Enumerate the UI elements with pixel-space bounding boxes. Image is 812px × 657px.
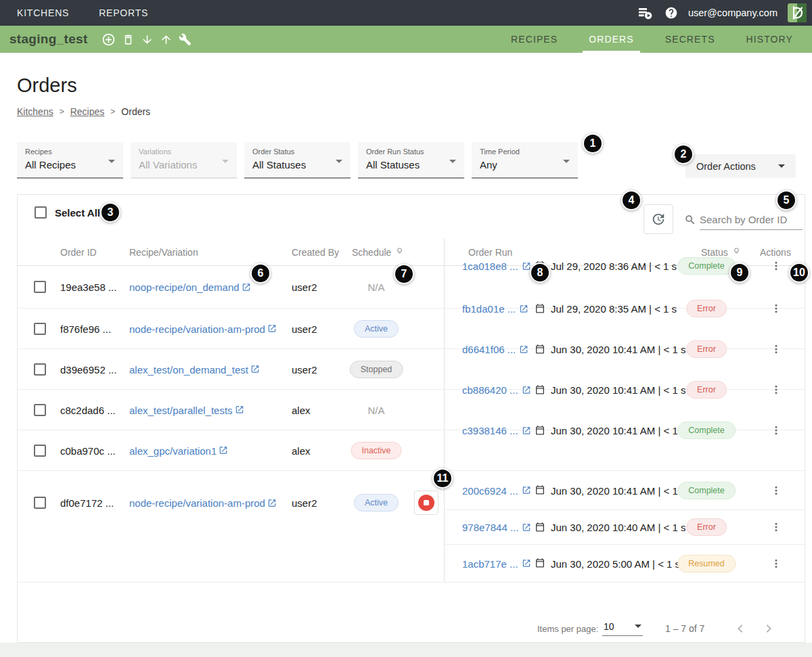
col-status: Status (701, 247, 741, 258)
run-datetime: Jun 30, 2020 10:40 AM | < 1 s (535, 522, 685, 533)
order-run-link[interactable]: d6641f06 ... (462, 344, 528, 355)
user-email[interactable]: user@company.com (688, 7, 777, 18)
recipe-variation-link[interactable]: alex_test/on_demand_test (129, 363, 260, 375)
calendar-icon (535, 344, 545, 355)
previous-page-button[interactable] (732, 620, 748, 637)
recipe-variation-label: alex_test/on_demand_test (129, 363, 248, 375)
row-actions-menu[interactable] (770, 343, 783, 356)
filter-variations: VariationsAll Variations (131, 142, 237, 179)
recipe-variation-link[interactable]: node-recipe/variation-am-prod (129, 323, 277, 334)
row-checkbox[interactable] (34, 404, 46, 416)
chevron-down-icon (778, 164, 785, 168)
run-datetime-label: Jun 30, 2020 10:41 AM | < 1 s (551, 425, 685, 436)
order-run-link[interactable]: 1acb717e ... (462, 558, 531, 569)
run-datetime: Jun 30, 2020 10:41 AM | < 1 s (535, 484, 685, 496)
tab-history[interactable]: HISTORY (746, 26, 793, 53)
datakitchen-logo-icon[interactable] (788, 3, 807, 22)
schedule-status-badge: Active (354, 320, 399, 338)
filter-time-period[interactable]: Time PeriodAny (472, 142, 578, 179)
row-checkbox[interactable] (34, 281, 46, 293)
row-checkbox[interactable] (34, 445, 46, 457)
recipe-variation-link[interactable]: alex_test/parallel_tests (129, 404, 244, 415)
external-link-icon (219, 446, 228, 455)
merge-down-icon[interactable] (141, 33, 154, 46)
external-link-icon (522, 522, 531, 532)
row-actions-menu[interactable] (770, 521, 783, 534)
external-link-icon (250, 365, 260, 374)
row-actions-menu[interactable] (770, 484, 783, 497)
order-run-link[interactable]: c3938146 ... (462, 425, 531, 436)
recipe-variation-link[interactable]: node-recipe/variation-am-prod (129, 497, 277, 509)
recipe-variation-link[interactable]: noop-recipe/on_demand (129, 281, 251, 293)
next-page-button[interactable] (761, 620, 777, 637)
kitchen-settings-wrench-icon[interactable] (179, 33, 191, 46)
run-status-badge: Resumed (677, 555, 736, 572)
external-link-icon (267, 324, 277, 334)
order-run-link[interactable]: 1ca018e8 ... (462, 260, 531, 272)
callout-3: 3 (100, 202, 120, 223)
chevron-down-icon (336, 160, 342, 163)
external-link-icon (242, 282, 251, 292)
filter-order-status[interactable]: Order StatusAll Statuses (244, 142, 351, 179)
run-datetime-label: Jun 30, 2020 10:41 AM | < 1 s (551, 384, 685, 396)
filter-order-run-status[interactable]: Order Run StatusAll Statuses (358, 142, 464, 179)
tab-orders[interactable]: ORDERS (589, 26, 634, 53)
merge-up-icon[interactable] (160, 33, 173, 46)
breadcrumb-recipes[interactable]: Recipes (70, 106, 105, 117)
calendar-icon (535, 303, 545, 314)
run-datetime: Jun 30, 2020 5:00 AM | < 1 s (535, 558, 680, 569)
create-kitchen-icon[interactable] (102, 32, 116, 47)
row-actions-menu[interactable] (770, 384, 783, 397)
order-run-link[interactable]: cb886420 ... (462, 384, 531, 396)
app-root: KITCHENS REPORTS user@company.com stagin… (0, 0, 812, 657)
order-search-input[interactable] (700, 212, 803, 230)
order-cells: c0ba970c ...alex_gpc/variation1alexInact… (18, 430, 444, 470)
select-all[interactable]: Select All (35, 206, 100, 219)
callout-9: 9 (729, 263, 750, 283)
nav-kitchens[interactable]: KITCHENS (17, 7, 69, 18)
order-actions-button[interactable]: Order Actions (685, 154, 796, 178)
order-run-id: cb886420 ... (462, 384, 518, 396)
hint-lightbulb-icon[interactable] (732, 247, 741, 258)
pagination-range: 1 – 7 of 7 (665, 623, 704, 634)
row-checkbox[interactable] (34, 323, 46, 335)
tab-recipes[interactable]: RECIPES (511, 26, 558, 53)
hint-lightbulb-icon[interactable] (395, 247, 404, 258)
tab-secrets[interactable]: SECRETS (665, 26, 715, 53)
row-checkbox[interactable] (34, 363, 46, 376)
schedule-status-badge: Inactive (351, 442, 401, 459)
breadcrumb-kitchens[interactable]: Kitchens (17, 106, 53, 117)
items-per-page-select[interactable]: 10 (602, 621, 643, 636)
chevron-right-icon (761, 620, 777, 637)
row-actions-menu[interactable] (770, 424, 783, 437)
order-run-link[interactable]: 200c6924 ... (462, 484, 531, 496)
row-actions-menu[interactable] (770, 260, 783, 273)
recipe-variation-link[interactable]: alex_gpc/variation1 (129, 445, 228, 456)
nav-reports[interactable]: REPORTS (99, 7, 148, 18)
run-datetime: Jul 29, 2020 8:36 AM | < 1 s (535, 260, 677, 272)
row-actions-menu[interactable] (770, 302, 783, 315)
order-run-link[interactable]: 978e7844 ... (462, 522, 531, 533)
refresh-button[interactable] (644, 204, 673, 234)
recipe-variation-label: alex_test/parallel_tests (129, 404, 233, 415)
row-actions-menu[interactable] (770, 557, 783, 570)
filter-value: All Variations (139, 159, 229, 171)
external-link-icon (235, 405, 244, 415)
chevron-left-icon (732, 620, 748, 637)
select-all-checkbox[interactable] (35, 206, 47, 219)
run-datetime: Jun 30, 2020 10:41 AM | < 1 s (535, 425, 685, 436)
breadcrumb-current: Orders (121, 106, 150, 117)
help-icon[interactable] (664, 6, 678, 20)
row-checkbox[interactable] (34, 497, 46, 509)
run-datetime: Jun 30, 2020 10:41 AM | < 1 s (535, 344, 685, 355)
callout-1: 1 (583, 133, 603, 154)
servings-status-icon[interactable] (636, 6, 654, 20)
chevron-down-icon (449, 160, 456, 163)
filter-value: Any (480, 159, 570, 171)
delete-kitchen-icon[interactable] (122, 33, 135, 46)
external-link-icon (522, 559, 531, 568)
filter-recipes[interactable]: RecipesAll Recipes (17, 142, 123, 179)
order-cells: 19ea3e58 ...noop-recipe/on_demanduser2N/… (18, 266, 444, 308)
stop-order-button[interactable] (414, 491, 438, 515)
order-run-link[interactable]: fb1da01e ... (462, 303, 528, 315)
